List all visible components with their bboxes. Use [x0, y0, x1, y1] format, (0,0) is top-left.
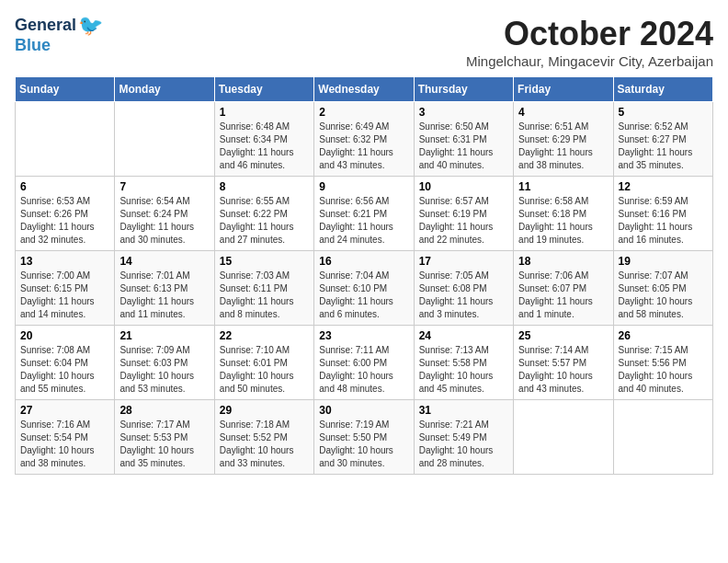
month-title: October 2024 [466, 15, 713, 53]
calendar-day-cell: 13Sunrise: 7:00 AMSunset: 6:15 PMDayligh… [16, 251, 115, 326]
calendar-day-cell: 5Sunrise: 6:52 AMSunset: 6:27 PMDaylight… [613, 102, 712, 177]
day-number: 8 [220, 180, 309, 193]
calendar-day-cell: 17Sunrise: 7:05 AMSunset: 6:08 PMDayligh… [414, 251, 513, 326]
day-info: Sunrise: 7:05 AMSunset: 6:08 PMDaylight:… [419, 270, 508, 321]
calendar-empty-cell [613, 400, 712, 475]
day-info: Sunrise: 6:57 AMSunset: 6:19 PMDaylight:… [419, 195, 508, 247]
day-number: 16 [319, 255, 408, 268]
weekday-header-tuesday: Tuesday [214, 77, 313, 102]
day-info: Sunrise: 7:04 AMSunset: 6:10 PMDaylight:… [319, 270, 408, 321]
logo-bird-icon: 🐦 [78, 15, 103, 37]
calendar-day-cell: 18Sunrise: 7:06 AMSunset: 6:07 PMDayligh… [514, 251, 613, 326]
logo-general: General [15, 17, 76, 35]
calendar-day-cell: 6Sunrise: 6:53 AMSunset: 6:26 PMDaylight… [16, 177, 115, 251]
day-info: Sunrise: 7:07 AMSunset: 6:05 PMDaylight:… [619, 270, 708, 321]
day-info: Sunrise: 7:09 AMSunset: 6:03 PMDaylight:… [119, 344, 209, 396]
day-number: 1 [220, 106, 309, 119]
day-info: Sunrise: 6:56 AMSunset: 6:21 PMDaylight:… [319, 195, 408, 247]
title-block: October 2024 Mingelchaur, Mingacevir Cit… [466, 15, 713, 69]
day-info: Sunrise: 7:16 AMSunset: 5:54 PMDaylight:… [20, 419, 109, 470]
day-number: 13 [20, 255, 109, 268]
calendar-day-cell: 28Sunrise: 7:17 AMSunset: 5:53 PMDayligh… [115, 400, 214, 475]
day-number: 29 [220, 404, 309, 417]
calendar-day-cell: 1Sunrise: 6:48 AMSunset: 6:34 PMDaylight… [214, 102, 313, 177]
day-info: Sunrise: 7:14 AMSunset: 5:57 PMDaylight:… [518, 344, 608, 396]
weekday-header-wednesday: Wednesday [314, 77, 414, 102]
calendar-day-cell: 16Sunrise: 7:04 AMSunset: 6:10 PMDayligh… [314, 251, 414, 326]
calendar-day-cell: 3Sunrise: 6:50 AMSunset: 6:31 PMDaylight… [414, 102, 513, 177]
calendar-empty-cell [115, 102, 214, 177]
calendar-empty-cell [16, 102, 115, 177]
calendar-day-cell: 27Sunrise: 7:16 AMSunset: 5:54 PMDayligh… [16, 400, 115, 475]
day-number: 4 [518, 106, 608, 119]
day-number: 25 [518, 329, 608, 342]
day-info: Sunrise: 6:54 AMSunset: 6:24 PMDaylight:… [119, 195, 209, 247]
calendar-day-cell: 12Sunrise: 6:59 AMSunset: 6:16 PMDayligh… [613, 177, 712, 251]
day-info: Sunrise: 7:19 AMSunset: 5:50 PMDaylight:… [319, 419, 408, 470]
day-info: Sunrise: 6:49 AMSunset: 6:32 PMDaylight:… [319, 121, 408, 172]
day-info: Sunrise: 6:58 AMSunset: 6:18 PMDaylight:… [518, 195, 608, 247]
day-info: Sunrise: 7:01 AMSunset: 6:13 PMDaylight:… [119, 270, 209, 321]
calendar-day-cell: 21Sunrise: 7:09 AMSunset: 6:03 PMDayligh… [115, 326, 214, 400]
day-number: 5 [619, 106, 708, 119]
calendar-day-cell: 7Sunrise: 6:54 AMSunset: 6:24 PMDaylight… [115, 177, 214, 251]
day-info: Sunrise: 6:48 AMSunset: 6:34 PMDaylight:… [220, 121, 309, 172]
calendar-week-row: 6Sunrise: 6:53 AMSunset: 6:26 PMDaylight… [16, 177, 713, 251]
day-info: Sunrise: 7:18 AMSunset: 5:52 PMDaylight:… [220, 419, 309, 470]
day-info: Sunrise: 6:53 AMSunset: 6:26 PMDaylight:… [20, 195, 109, 247]
day-info: Sunrise: 7:17 AMSunset: 5:53 PMDaylight:… [119, 419, 209, 470]
day-number: 2 [319, 106, 408, 119]
day-number: 7 [119, 180, 209, 193]
calendar-day-cell: 15Sunrise: 7:03 AMSunset: 6:11 PMDayligh… [214, 251, 313, 326]
day-info: Sunrise: 7:10 AMSunset: 6:01 PMDaylight:… [220, 344, 309, 396]
day-number: 12 [619, 180, 708, 193]
calendar-day-cell: 11Sunrise: 6:58 AMSunset: 6:18 PMDayligh… [514, 177, 613, 251]
calendar-week-row: 20Sunrise: 7:08 AMSunset: 6:04 PMDayligh… [16, 326, 713, 400]
calendar-day-cell: 24Sunrise: 7:13 AMSunset: 5:58 PMDayligh… [414, 326, 513, 400]
calendar-week-row: 1Sunrise: 6:48 AMSunset: 6:34 PMDaylight… [16, 102, 713, 177]
calendar-day-cell: 26Sunrise: 7:15 AMSunset: 5:56 PMDayligh… [613, 326, 712, 400]
calendar-body: 1Sunrise: 6:48 AMSunset: 6:34 PMDaylight… [16, 102, 713, 475]
day-number: 6 [20, 180, 109, 193]
day-number: 9 [319, 180, 408, 193]
logo: General 🐦 Blue [15, 15, 103, 55]
day-number: 3 [419, 106, 508, 119]
logo-blue: Blue [15, 37, 103, 55]
day-number: 14 [119, 255, 209, 268]
day-number: 27 [20, 404, 109, 417]
day-info: Sunrise: 7:03 AMSunset: 6:11 PMDaylight:… [220, 270, 309, 321]
weekday-header-thursday: Thursday [414, 77, 513, 102]
day-number: 23 [319, 329, 408, 342]
calendar-day-cell: 8Sunrise: 6:55 AMSunset: 6:22 PMDaylight… [214, 177, 313, 251]
calendar-day-cell: 4Sunrise: 6:51 AMSunset: 6:29 PMDaylight… [514, 102, 613, 177]
calendar: SundayMondayTuesdayWednesdayThursdayFrid… [15, 76, 713, 475]
day-number: 11 [518, 180, 608, 193]
day-number: 26 [619, 329, 708, 342]
day-number: 10 [419, 180, 508, 193]
day-number: 20 [20, 329, 109, 342]
calendar-empty-cell [514, 400, 613, 475]
calendar-day-cell: 25Sunrise: 7:14 AMSunset: 5:57 PMDayligh… [514, 326, 613, 400]
day-info: Sunrise: 7:11 AMSunset: 6:00 PMDaylight:… [319, 344, 408, 396]
day-number: 28 [119, 404, 209, 417]
calendar-week-row: 13Sunrise: 7:00 AMSunset: 6:15 PMDayligh… [16, 251, 713, 326]
calendar-day-cell: 14Sunrise: 7:01 AMSunset: 6:13 PMDayligh… [115, 251, 214, 326]
calendar-day-cell: 30Sunrise: 7:19 AMSunset: 5:50 PMDayligh… [314, 400, 414, 475]
day-info: Sunrise: 6:55 AMSunset: 6:22 PMDaylight:… [220, 195, 309, 247]
day-number: 22 [220, 329, 309, 342]
day-info: Sunrise: 6:51 AMSunset: 6:29 PMDaylight:… [518, 121, 608, 172]
day-number: 31 [419, 404, 508, 417]
calendar-week-row: 27Sunrise: 7:16 AMSunset: 5:54 PMDayligh… [16, 400, 713, 475]
calendar-day-cell: 19Sunrise: 7:07 AMSunset: 6:05 PMDayligh… [613, 251, 712, 326]
location: Mingelchaur, Mingacevir City, Azerbaijan [466, 53, 713, 69]
day-info: Sunrise: 7:08 AMSunset: 6:04 PMDaylight:… [20, 344, 109, 396]
day-info: Sunrise: 7:00 AMSunset: 6:15 PMDaylight:… [20, 270, 109, 321]
calendar-day-cell: 9Sunrise: 6:56 AMSunset: 6:21 PMDaylight… [314, 177, 414, 251]
day-number: 24 [419, 329, 508, 342]
calendar-day-cell: 31Sunrise: 7:21 AMSunset: 5:49 PMDayligh… [414, 400, 513, 475]
day-info: Sunrise: 7:06 AMSunset: 6:07 PMDaylight:… [518, 270, 608, 321]
calendar-header-row: SundayMondayTuesdayWednesdayThursdayFrid… [16, 77, 713, 102]
calendar-day-cell: 20Sunrise: 7:08 AMSunset: 6:04 PMDayligh… [16, 326, 115, 400]
day-info: Sunrise: 7:13 AMSunset: 5:58 PMDaylight:… [419, 344, 508, 396]
day-info: Sunrise: 6:59 AMSunset: 6:16 PMDaylight:… [619, 195, 708, 247]
